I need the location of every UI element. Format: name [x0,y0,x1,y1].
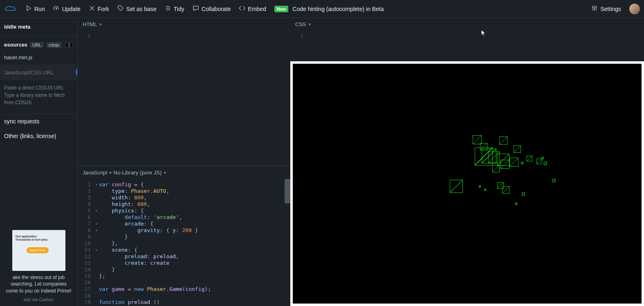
help-line2: Type a library name to fetch from CDNJS [4,92,73,106]
output-frame [290,61,644,306]
sidebar: iddle meta esources URL cdnjs 1 haser.mi… [0,18,78,306]
resources-header[interactable]: esources URL cdnjs 1 [0,39,77,50]
ad-apply-button: Apply Now [27,247,49,253]
ad-box[interactable]: One applicationThousands of tech jobs Ap… [0,226,77,306]
resource-url-row: + [0,65,77,80]
fork-icon [89,5,95,13]
js-editor[interactable]: 12345678910111213141516171819 ▾▾▾▾▾ var … [78,179,290,306]
css-pane-header[interactable]: CSS ▼ [290,18,644,31]
pill-cdnjs: cdnjs [46,42,62,48]
resources-label: esources [4,42,27,48]
html-editor[interactable]: 1 [78,31,290,165]
scrollbar-thumb[interactable] [285,179,290,203]
html-pane: HTML ▼ 1 [78,18,290,166]
hint-text[interactable]: Code hinting (autocomplete) in Beta [292,6,384,12]
css-pane: CSS ▼ 1 [290,18,644,61]
other-links-item[interactable]: Other (links, license) [0,129,77,143]
run-button[interactable]: Run [21,3,49,14]
avatar[interactable] [629,4,640,14]
right-column: CSS ▼ 1 [290,18,644,306]
sliders-icon [591,5,598,13]
code-icon [239,5,245,13]
cloud-up-icon [53,5,60,13]
jsfiddle-logo[interactable] [4,4,16,13]
update-button[interactable]: Update [49,3,85,14]
chat-icon [193,5,199,13]
set-as-base-label: Set as base [126,6,157,12]
settings-button[interactable]: Settings [587,3,625,14]
js-pane-header[interactable]: JavaScript + No-Library (pure JS) ▼ [78,166,290,179]
resource-url-input[interactable] [4,69,73,76]
editor-stack: HTML ▼ 1 JavaScript + No-Library (pure J… [78,18,290,306]
resource-item[interactable]: haser.min.js [0,50,77,65]
js-pane: JavaScript + No-Library (pure JS) ▼ 1234… [78,166,290,306]
chevron-down-icon: ▼ [99,22,102,27]
ad-image: One applicationThousands of tech jobs Ap… [12,230,65,271]
fiddle-meta-header[interactable]: iddle meta [0,21,77,32]
tidy-button[interactable]: Tidy [161,3,188,14]
resource-help: Paste a direct CSS/JS URL Type a library… [0,80,77,110]
html-pane-header[interactable]: HTML ▼ [78,18,290,31]
css-editor[interactable]: 1 [290,31,644,59]
result-canvas[interactable] [293,64,642,304]
update-label: Update [62,6,81,12]
fork-button[interactable]: Fork [85,3,113,14]
embed-label: Embed [248,6,266,12]
ad-text: ake the stress out of job searching. Let… [4,274,73,295]
ad-via: ads via Carbon [4,297,73,302]
css-label: CSS [295,21,306,27]
pill-url: URL [30,42,44,48]
tag-icon [117,5,124,13]
run-label: Run [34,6,45,12]
chevron-down-icon: ▼ [308,22,312,27]
embed-button[interactable]: Embed [235,3,270,14]
play-icon [25,5,32,13]
html-label: HTML [83,21,97,27]
new-badge: New [274,6,289,12]
list-icon [165,5,171,13]
resource-count: 1 [65,42,73,48]
fork-label: Fork [98,6,109,12]
collaborate-button[interactable]: Collaborate [188,3,235,14]
topbar: Run Update Fork Set as base Tidy Collabo… [0,0,644,18]
tidy-label: Tidy [174,6,184,12]
chevron-down-icon: ▼ [163,171,167,175]
set-as-base-button[interactable]: Set as base [113,3,161,14]
help-line1: Paste a direct CSS/JS URL [4,84,73,92]
main: iddle meta esources URL cdnjs 1 haser.mi… [0,18,644,306]
js-label: JavaScript + No-Library (pure JS) [83,170,162,176]
collaborate-label: Collaborate [202,6,231,12]
async-requests-item[interactable]: sync requests [0,114,77,129]
settings-label: Settings [600,6,621,12]
